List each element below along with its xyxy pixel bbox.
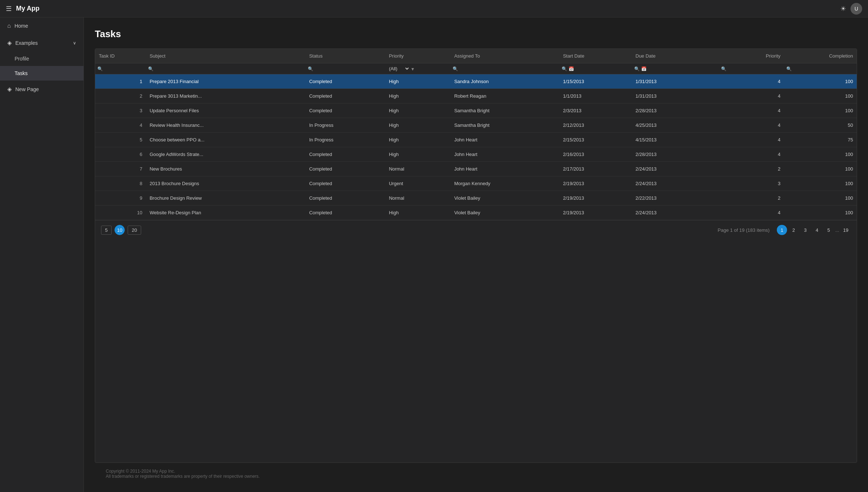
page-nav-5[interactable]: 5: [824, 225, 834, 235]
col-header-assigned[interactable]: Assigned To: [450, 49, 559, 63]
startdate-calendar-icon[interactable]: 📅: [569, 66, 574, 71]
priority-dropdown-icon: ▾: [411, 66, 414, 72]
cell-priority-num: 4: [719, 74, 784, 89]
page-size-20[interactable]: 20: [128, 226, 141, 235]
cell-status: Completed: [306, 191, 385, 206]
tasks-table: Task ID Subject Status Priority Assigned…: [95, 49, 857, 220]
page-nav-1[interactable]: 1: [777, 225, 787, 235]
taskid-search-icon: 🔍: [97, 66, 103, 71]
cell-completion: 50: [784, 118, 857, 133]
cell-completion: 100: [784, 89, 857, 104]
table-filter-row: 🔍 🔍 🔍: [95, 63, 857, 74]
cell-priority: High: [385, 118, 450, 133]
table-row[interactable]: 5 Choose between PPO a... In Progress Hi…: [95, 133, 857, 147]
filter-duedate: 🔍 📅: [632, 63, 719, 74]
filter-completion: 🔍: [784, 63, 857, 74]
cell-priority: Normal: [385, 162, 450, 176]
menu-icon[interactable]: ☰: [6, 5, 12, 13]
cell-priority-num: 3: [719, 176, 784, 191]
cell-duedate: 2/24/2013: [632, 206, 719, 220]
sidebar-sub-profile-label: Profile: [15, 56, 29, 62]
cell-priority: Urgent: [385, 176, 450, 191]
cell-startdate: 2/3/2013: [559, 104, 632, 118]
cell-status: In Progress: [306, 133, 385, 147]
page-nav-dots: ...: [835, 227, 839, 233]
cell-priority: High: [385, 74, 450, 89]
table-row[interactable]: 7 New Brochures Completed Normal John He…: [95, 162, 857, 176]
page-nav-3[interactable]: 3: [800, 225, 810, 235]
home-icon: ⌂: [7, 23, 11, 29]
sidebar-item-new-page[interactable]: ◈ New Page: [0, 81, 84, 98]
col-header-priority-num[interactable]: Priority: [719, 49, 784, 63]
cell-status: Completed: [306, 206, 385, 220]
sidebar-item-examples[interactable]: ◈ Examples ∨: [0, 34, 84, 51]
cell-startdate: 2/19/2013: [559, 206, 632, 220]
avatar[interactable]: U: [850, 3, 862, 15]
sidebar-item-examples-label: Examples: [15, 40, 38, 46]
cell-completion: 75: [784, 133, 857, 147]
cell-taskid: 10: [95, 206, 146, 220]
col-header-duedate[interactable]: Due Date: [632, 49, 719, 63]
col-header-completion[interactable]: Completion: [784, 49, 857, 63]
page-nav-4[interactable]: 4: [812, 225, 822, 235]
page-size-5[interactable]: 5: [101, 226, 112, 235]
table-row[interactable]: 2 Prepare 3013 Marketin... Completed Hig…: [95, 89, 857, 104]
table-row[interactable]: 9 Brochure Design Review Completed Norma…: [95, 191, 857, 206]
filter-priority-num: 🔍: [719, 63, 784, 74]
table-body: 1 Prepare 2013 Financial Completed High …: [95, 74, 857, 220]
page-nav-last[interactable]: 19: [841, 225, 851, 235]
cell-subject: Choose between PPO a...: [146, 133, 305, 147]
theme-toggle-icon[interactable]: ☀: [840, 5, 846, 13]
cell-subject: Brochure Design Review: [146, 191, 305, 206]
page-size-10[interactable]: 10: [115, 225, 125, 235]
cell-assigned: Violet Bailey: [450, 191, 559, 206]
cell-taskid: 6: [95, 147, 146, 162]
cell-priority-num: 2: [719, 162, 784, 176]
col-header-taskid[interactable]: Task ID: [95, 49, 146, 63]
filter-subject: 🔍: [146, 63, 305, 74]
sidebar-item-new-page-label: New Page: [15, 86, 39, 92]
filter-assigned: 🔍: [450, 63, 559, 74]
cell-completion: 100: [784, 176, 857, 191]
sidebar-item-home[interactable]: ⌂ Home: [0, 17, 84, 34]
duedate-calendar-icon[interactable]: 📅: [641, 66, 647, 71]
sidebar-item-profile[interactable]: Profile: [0, 51, 84, 66]
col-header-subject[interactable]: Subject: [146, 49, 305, 63]
completion-search-icon: 🔍: [786, 66, 792, 71]
main-content: Tasks Task ID Subject: [84, 17, 868, 492]
cell-subject: Website Re-Design Plan: [146, 206, 305, 220]
priority-filter-select[interactable]: (All) High Normal Urgent Low: [387, 66, 410, 72]
table-row[interactable]: 8 2013 Brochure Designs Completed Urgent…: [95, 176, 857, 191]
table-header-row: Task ID Subject Status Priority Assigned…: [95, 49, 857, 63]
cell-subject: New Brochures: [146, 162, 305, 176]
chevron-down-icon: ∨: [73, 40, 76, 46]
cell-duedate: 2/22/2013: [632, 191, 719, 206]
cell-subject: Prepare 2013 Financial: [146, 74, 305, 89]
cell-taskid: 7: [95, 162, 146, 176]
table-row[interactable]: 10 Website Re-Design Plan Completed High…: [95, 206, 857, 220]
table-row[interactable]: 4 Review Health Insuranc... In Progress …: [95, 118, 857, 133]
cell-startdate: 2/12/2013: [559, 118, 632, 133]
table-row[interactable]: 3 Update Personnel Files Completed High …: [95, 104, 857, 118]
cell-taskid: 8: [95, 176, 146, 191]
page-title: Tasks: [95, 28, 857, 40]
cell-completion: 100: [784, 191, 857, 206]
cell-startdate: 2/15/2013: [559, 133, 632, 147]
cell-subject: Review Health Insuranc...: [146, 118, 305, 133]
sidebar-item-tasks[interactable]: Tasks: [0, 66, 84, 81]
col-header-priority[interactable]: Priority: [385, 49, 450, 63]
cell-assigned: Robert Reagan: [450, 89, 559, 104]
page-nav-2[interactable]: 2: [788, 225, 799, 235]
table-row[interactable]: 6 Google AdWords Strate... Completed Hig…: [95, 147, 857, 162]
footer-line1: Copyright © 2011-2024 My App Inc.: [106, 469, 846, 474]
sidebar-sub-tasks-label: Tasks: [15, 70, 28, 76]
cell-status: Completed: [306, 176, 385, 191]
cell-status: Completed: [306, 89, 385, 104]
col-header-startdate[interactable]: Start Date: [559, 49, 632, 63]
cell-completion: 100: [784, 162, 857, 176]
page-nav: 1 2 3 4 5 ... 19: [777, 225, 851, 235]
cell-subject: Prepare 3013 Marketin...: [146, 89, 305, 104]
filter-status: 🔍: [306, 63, 385, 74]
table-row[interactable]: 1 Prepare 2013 Financial Completed High …: [95, 74, 857, 89]
col-header-status[interactable]: Status: [306, 49, 385, 63]
